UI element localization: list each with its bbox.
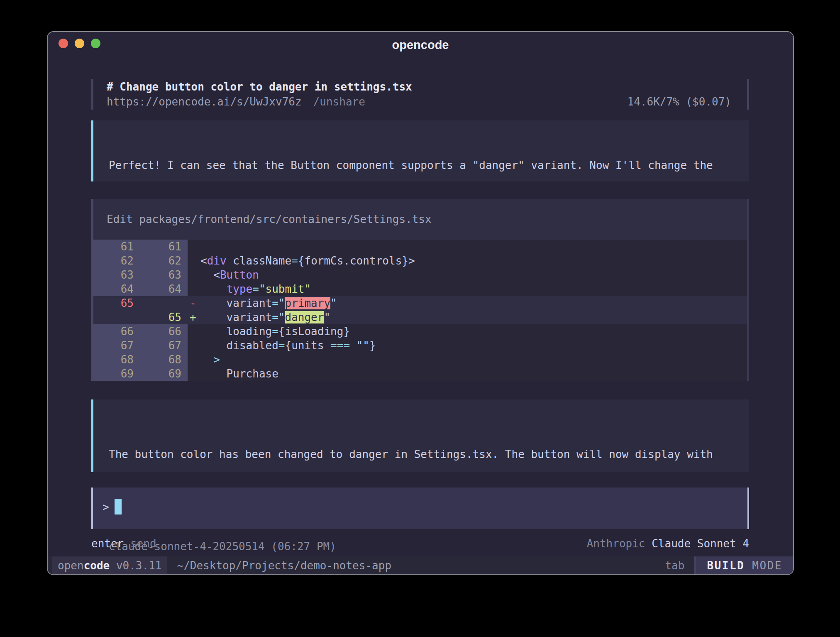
new-line-number: 63 [140,268,188,282]
code-line: disabled={units === ""} [200,338,747,353]
zoom-button[interactable] [91,39,100,48]
code-token: variant [200,297,272,309]
diff-row: 6868 > [93,353,747,367]
new-line-number: 64 [140,282,188,296]
code-line: variant="danger" [200,310,747,324]
code-token: = [272,311,278,323]
code-token: variant [200,311,272,323]
close-button[interactable] [59,39,68,48]
mode-toggle-chip[interactable]: BUILD MODE [696,556,793,574]
app-name-open: open [58,559,84,572]
diff-marker [188,338,200,353]
code-token: = [291,255,298,267]
code-token: disabled [200,339,278,352]
code-token: = [278,339,285,352]
code-line: <div className={formCs.controls}> [200,254,747,268]
old-line-number: 67 [93,338,140,353]
old-line-number: 69 [93,367,140,381]
app-version-chip: opencode v0.3.11 [52,556,167,574]
diff-marker [188,367,200,381]
code-line: type="submit" [200,282,747,296]
diff-marker [188,240,200,254]
new-line-number: 66 [140,324,188,338]
new-line-number: 65 [140,310,188,324]
diff-row: 6262<div className={formCs.controls}> [93,254,747,268]
old-line-number: 61 [93,240,140,254]
code-token: {units [285,339,331,352]
mode-suffix: MODE [745,559,782,572]
code-token: {isLoading} [278,325,350,338]
code-token: " [278,297,285,309]
code-token [200,353,213,366]
code-token: < [200,255,207,267]
enter-key-hint: enter [91,537,124,550]
message-line: The button color has been changed to dan… [109,447,749,462]
session-share-row: https://opencode.ai/s/UwJxv76z /unshare … [107,94,734,109]
diff-row: 65+ variant="danger" [93,310,747,324]
new-line-number [140,296,188,310]
old-line-number: 65 [93,296,140,310]
code-token [200,283,227,295]
tab-key-hint: tab [665,559,684,572]
mode-name: BUILD [707,559,745,572]
new-line-number: 62 [140,254,188,268]
session-header: # Change button color to danger in setti… [91,79,749,110]
new-line-number: 69 [140,367,188,381]
edit-tool-title: Edit packages/frontend/src/containers/Se… [93,199,747,240]
app-name-code: code [84,559,110,572]
code-token: " [324,311,330,323]
code-token: loading [200,325,272,338]
code-token: < [200,269,220,281]
code-line: > [200,353,747,367]
old-line-number: 66 [93,324,140,338]
code-token: > [213,353,220,366]
unshare-command[interactable]: /unshare [313,94,365,109]
edit-tool-block: Edit packages/frontend/src/containers/Se… [91,199,749,381]
diff-marker [188,268,200,282]
code-line: Purchase [200,367,747,381]
send-hint: enter send [91,537,156,550]
diff-rows: 61616262<div className={formCs.controls}… [93,240,747,381]
diff-row: 6161 [93,240,747,254]
diff-row: 6666 loading={isLoading} [93,324,747,338]
diff-marker [188,282,200,296]
minimize-button[interactable] [75,39,84,48]
app-version: v0.3.11 [110,559,161,572]
titlebar: opencode [48,32,793,58]
diff-marker [188,324,200,338]
diff-row: 6767 disabled={units === ""} [93,338,747,353]
assistant-message: The button color has been changed to dan… [91,399,749,472]
old-line-number: 68 [93,353,140,367]
diff-row: 6464 type="submit" [93,282,747,296]
working-directory: ~/Desktop/Projects/demo-notes-app [177,559,391,572]
prompt-symbol: > [103,501,109,513]
model-label: Claude Sonnet 4 [652,537,749,550]
code-line [200,240,747,254]
code-token: Button [220,269,259,281]
assistant-message: Perfect! I can see that the Button compo… [91,120,749,181]
model-hint: Anthropic Claude Sonnet 4 [587,537,749,550]
window-title: opencode [48,32,793,58]
status-bar: opencode v0.3.11 ~/Desktop/Projects/demo… [48,556,793,574]
token-usage: 14.6K/7% ($0.07) [628,94,734,109]
code-token: = [272,297,278,309]
code-token: = [252,283,259,295]
code-token: primary [285,297,331,309]
code-line: <Button [200,268,747,282]
opencode-window: opencode # Change button color to danger… [47,31,794,575]
diff-marker: - [188,296,200,310]
new-line-number: 67 [140,338,188,353]
status-right: tab BUILD MODE [665,556,793,574]
diff-marker: + [188,310,200,324]
old-line-number: 64 [93,282,140,296]
code-token: className [227,255,292,267]
code-token: danger [285,311,324,323]
diff-marker [188,353,200,367]
code-token: = [272,325,278,338]
prompt-input[interactable]: > [91,488,749,529]
diff-row: 6969 Purchase [93,367,747,381]
old-line-number: 63 [93,268,140,282]
code-line: loading={isLoading} [200,324,747,338]
diff-row: 65- variant="primary" [93,296,747,310]
share-url-link[interactable]: https://opencode.ai/s/UwJxv76z [107,94,302,109]
